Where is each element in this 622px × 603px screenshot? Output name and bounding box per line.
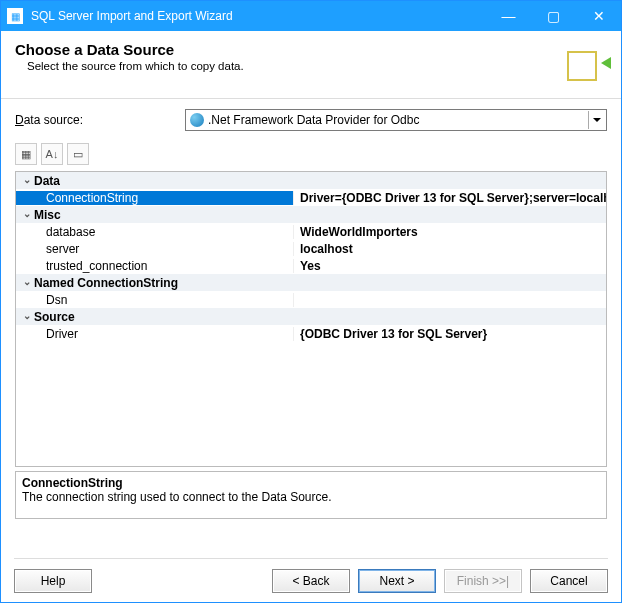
datasource-select[interactable]: .Net Framework Data Provider for Odbc	[185, 109, 607, 131]
propgrid-property-value[interactable]: Driver={ODBC Driver 13 for SQL Server};s…	[294, 191, 606, 205]
category-label: Data	[34, 174, 60, 188]
propgrid-property-value[interactable]: Yes	[294, 259, 606, 273]
propgrid-category[interactable]: ⌄Misc	[16, 206, 606, 223]
page-subtitle: Select the source from which to copy dat…	[27, 60, 561, 72]
window-title: SQL Server Import and Export Wizard	[31, 9, 486, 23]
propgrid-row[interactable]: ConnectionStringDriver={ODBC Driver 13 f…	[16, 189, 606, 206]
divider	[14, 558, 608, 559]
wizard-header: Choose a Data Source Select the source f…	[1, 31, 621, 99]
description-text: The connection string used to connect to…	[22, 490, 600, 504]
next-button[interactable]: Next >	[358, 569, 436, 593]
category-label: Named ConnectionString	[34, 276, 178, 290]
category-label: Source	[34, 310, 75, 324]
propgrid-property-name: trusted_connection	[16, 259, 294, 273]
titlebar: ▦ SQL Server Import and Export Wizard — …	[1, 1, 621, 31]
propgrid-property-value[interactable]: localhost	[294, 242, 606, 256]
app-icon: ▦	[7, 8, 23, 24]
description-title: ConnectionString	[22, 476, 600, 490]
propgrid-category[interactable]: ⌄Named ConnectionString	[16, 274, 606, 291]
cancel-button[interactable]: Cancel	[530, 569, 608, 593]
datasource-selected-text: .Net Framework Data Provider for Odbc	[208, 113, 588, 127]
maximize-button[interactable]: ▢	[531, 1, 576, 31]
propgrid-row[interactable]: Dsn	[16, 291, 606, 308]
propgrid-property-value[interactable]: {ODBC Driver 13 for SQL Server}	[294, 327, 606, 341]
propgrid-property-name: ConnectionString	[16, 191, 294, 205]
header-graphic-icon	[561, 43, 607, 89]
chevron-down-icon: ⌄	[20, 310, 34, 321]
propgrid-property-name: database	[16, 225, 294, 239]
categorized-view-button[interactable]: ▦	[15, 143, 37, 165]
propgrid-category[interactable]: ⌄Source	[16, 308, 606, 325]
description-pane: ConnectionString The connection string u…	[15, 471, 607, 519]
back-button[interactable]: < Back	[272, 569, 350, 593]
dropdown-arrow-icon[interactable]	[588, 111, 604, 129]
category-label: Misc	[34, 208, 61, 222]
wizard-button-row: Help < Back Next > Finish >>| Cancel	[0, 569, 622, 593]
datasource-row: Data source: .Net Framework Data Provide…	[1, 99, 621, 139]
globe-icon	[190, 113, 204, 127]
chevron-down-icon: ⌄	[20, 174, 34, 185]
chevron-down-icon: ⌄	[20, 208, 34, 219]
propgrid-row[interactable]: Driver{ODBC Driver 13 for SQL Server}	[16, 325, 606, 342]
propgrid-row[interactable]: trusted_connectionYes	[16, 257, 606, 274]
page-title: Choose a Data Source	[15, 41, 561, 58]
minimize-button[interactable]: —	[486, 1, 531, 31]
propgrid-property-name: Dsn	[16, 293, 294, 307]
propgrid-toolbar: ▦ A↓ ▭	[1, 139, 621, 169]
chevron-down-icon: ⌄	[20, 276, 34, 287]
finish-button: Finish >>|	[444, 569, 522, 593]
datasource-label: Data source:	[15, 113, 185, 127]
propgrid-category[interactable]: ⌄Data	[16, 172, 606, 189]
alphabetical-view-button[interactable]: A↓	[41, 143, 63, 165]
propgrid-property-name: server	[16, 242, 294, 256]
property-grid[interactable]: ⌄DataConnectionStringDriver={ODBC Driver…	[15, 171, 607, 467]
propgrid-property-name: Driver	[16, 327, 294, 341]
propgrid-row[interactable]: databaseWideWorldImporters	[16, 223, 606, 240]
help-button[interactable]: Help	[14, 569, 92, 593]
close-button[interactable]: ✕	[576, 1, 621, 31]
propgrid-property-value[interactable]: WideWorldImporters	[294, 225, 606, 239]
property-pages-button[interactable]: ▭	[67, 143, 89, 165]
propgrid-row[interactable]: serverlocalhost	[16, 240, 606, 257]
